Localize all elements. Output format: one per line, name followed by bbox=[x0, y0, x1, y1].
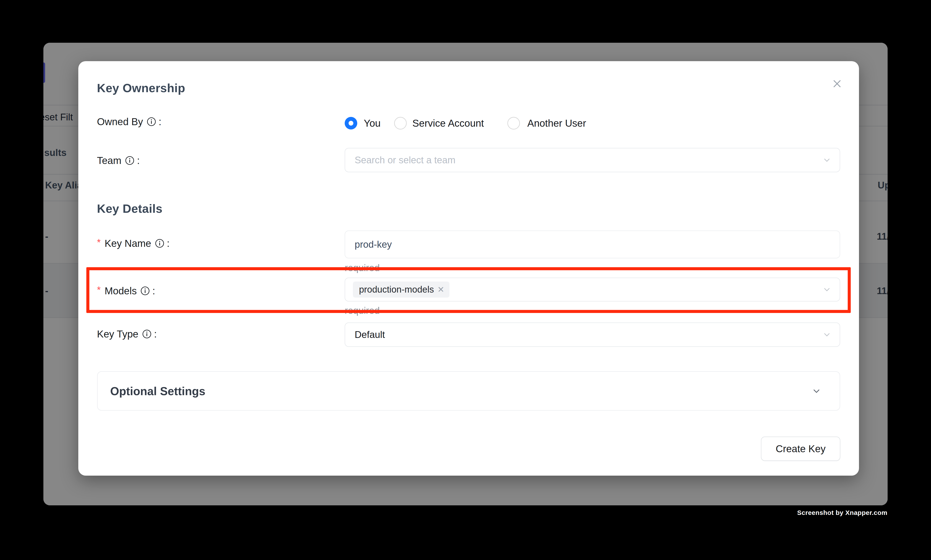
models-label: * Models : bbox=[97, 285, 155, 297]
radio-service-account[interactable] bbox=[394, 117, 407, 129]
key-name-input[interactable]: prod-key bbox=[345, 231, 840, 258]
close-icon bbox=[831, 78, 843, 89]
key-name-label: * Key Name : bbox=[97, 237, 169, 249]
modal-title: Key Ownership bbox=[97, 81, 185, 95]
team-select-placeholder: Search or select a team bbox=[355, 155, 455, 166]
team-select[interactable]: Search or select a team bbox=[345, 148, 840, 172]
optional-settings-label: Optional Settings bbox=[110, 384, 205, 398]
create-key-modal: Key Ownership Owned By : You Service Acc… bbox=[78, 61, 859, 475]
owned-by-label: Owned By : bbox=[97, 116, 162, 128]
info-icon[interactable] bbox=[125, 155, 135, 166]
owned-by-radio-group: You Service Account Another User bbox=[345, 117, 840, 130]
key-type-label: Key Type : bbox=[97, 328, 157, 340]
chevron-down-icon bbox=[811, 386, 822, 397]
key-type-select[interactable]: Default bbox=[345, 323, 840, 347]
remove-tag-icon[interactable]: ✕ bbox=[437, 285, 445, 294]
close-button[interactable] bbox=[829, 76, 845, 92]
key-name-required-hint: required bbox=[345, 262, 380, 273]
key-details-section-title: Key Details bbox=[97, 202, 163, 215]
radio-another-user[interactable] bbox=[507, 117, 520, 129]
chevron-down-icon bbox=[822, 285, 832, 295]
watermark-text: Screenshot by Xnapper.com bbox=[797, 509, 887, 516]
required-asterisk: * bbox=[97, 237, 101, 248]
radio-you[interactable] bbox=[345, 117, 357, 129]
radio-you-label[interactable]: You bbox=[364, 117, 381, 130]
screenshot-canvas: eset Filt sults Key Alia Up - 11/ - 11/ … bbox=[0, 0, 931, 560]
required-asterisk: * bbox=[97, 285, 101, 295]
create-key-button[interactable]: Create Key bbox=[761, 437, 840, 461]
optional-settings-header[interactable]: Optional Settings bbox=[97, 371, 840, 411]
info-icon[interactable] bbox=[140, 286, 150, 296]
info-icon[interactable] bbox=[155, 238, 165, 248]
key-name-value: prod-key bbox=[355, 239, 392, 250]
selected-model-tag[interactable]: production-models ✕ bbox=[353, 282, 449, 298]
info-icon[interactable] bbox=[142, 329, 152, 339]
info-icon[interactable] bbox=[146, 117, 156, 127]
key-type-value: Default bbox=[355, 329, 385, 340]
radio-another-user-label[interactable]: Another User bbox=[527, 117, 586, 130]
models-required-hint: required bbox=[345, 305, 380, 316]
team-label: Team : bbox=[97, 155, 140, 166]
radio-service-account-label[interactable]: Service Account bbox=[412, 117, 484, 130]
chevron-down-icon bbox=[822, 330, 832, 340]
models-select[interactable]: production-models ✕ bbox=[345, 278, 840, 302]
chevron-down-icon bbox=[822, 155, 832, 165]
